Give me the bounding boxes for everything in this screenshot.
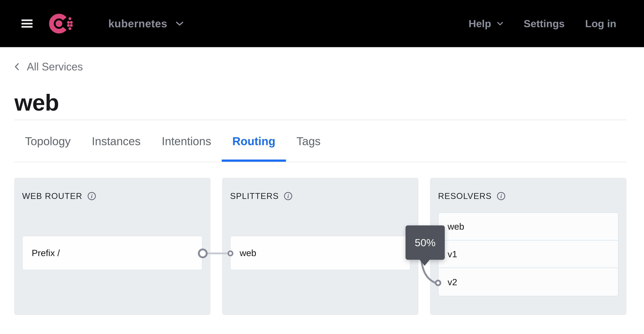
- split-percentage-tooltip: 50%: [406, 225, 445, 260]
- info-icon[interactable]: i: [284, 192, 292, 200]
- chevron-down-icon: [497, 22, 503, 26]
- chevron-down-icon: [176, 21, 183, 26]
- splitter-card[interactable]: web: [230, 236, 410, 270]
- splitter-label: web: [240, 248, 256, 258]
- breadcrumb-all-services[interactable]: All Services: [14, 60, 626, 73]
- web-router-title-label: WEB ROUTER: [22, 191, 82, 201]
- tab-topology[interactable]: Topology: [14, 120, 81, 162]
- chevron-left-icon: [14, 63, 19, 70]
- web-router-panel-title: WEB ROUTER i: [22, 191, 96, 201]
- header-nav: Help Settings Log in: [468, 17, 616, 29]
- datacenter-name: kubernetes: [108, 17, 167, 30]
- tab-tags[interactable]: Tags: [286, 120, 331, 162]
- tab-intentions[interactable]: Intentions: [151, 120, 222, 162]
- resolvers-panel-title: RESOLVERS i: [438, 191, 506, 201]
- router-rule-label: Prefix /: [32, 248, 60, 258]
- info-icon[interactable]: i: [497, 192, 506, 200]
- login-button[interactable]: Log in: [585, 17, 616, 29]
- resolver-label: v2: [448, 277, 457, 287]
- tab-instances[interactable]: Instances: [81, 120, 151, 162]
- svg-text:i: i: [91, 193, 93, 199]
- router-rule-card[interactable]: Prefix /: [22, 236, 202, 270]
- tab-bar: Topology Instances Intentions Routing Ta…: [14, 120, 626, 162]
- splitters-title-label: SPLITTERS: [230, 191, 279, 201]
- resolver-card: web v1 v2: [438, 212, 618, 296]
- svg-text:i: i: [288, 193, 289, 199]
- info-icon[interactable]: i: [88, 192, 96, 200]
- page-title: web: [14, 89, 626, 116]
- resolver-label: v1: [448, 249, 457, 259]
- resolver-label: web: [448, 221, 464, 232]
- main-content: All Services web Topology Instances Inte…: [0, 60, 644, 315]
- svg-text:i: i: [500, 193, 502, 199]
- resolver-row-web[interactable]: web: [438, 213, 618, 241]
- routing-panels: WEB ROUTER i Prefix / SPLITTERS i web: [14, 178, 626, 315]
- datacenter-selector[interactable]: kubernetes: [108, 17, 183, 30]
- splitters-panel: SPLITTERS i web: [222, 178, 418, 315]
- tab-routing[interactable]: Routing: [222, 120, 286, 162]
- settings-link[interactable]: Settings: [524, 17, 565, 29]
- consul-logo-icon: [48, 9, 77, 38]
- login-label: Log in: [585, 17, 616, 29]
- resolvers-title-label: RESOLVERS: [438, 191, 492, 201]
- web-router-panel: WEB ROUTER i Prefix /: [14, 178, 210, 315]
- settings-label: Settings: [524, 17, 565, 29]
- split-percentage-value: 50%: [415, 237, 436, 249]
- breadcrumb-label: All Services: [27, 60, 83, 73]
- resolver-row-v2[interactable]: v2: [438, 268, 618, 296]
- resolvers-panel: RESOLVERS i web v1 v2: [430, 178, 626, 315]
- resolver-row-v1[interactable]: v1: [438, 241, 618, 268]
- splitters-panel-title: SPLITTERS i: [230, 191, 292, 201]
- help-label: Help: [468, 17, 491, 29]
- menu-icon[interactable]: [22, 19, 32, 28]
- help-menu[interactable]: Help: [468, 17, 503, 29]
- app-header: kubernetes Help Settings Log in: [0, 0, 644, 48]
